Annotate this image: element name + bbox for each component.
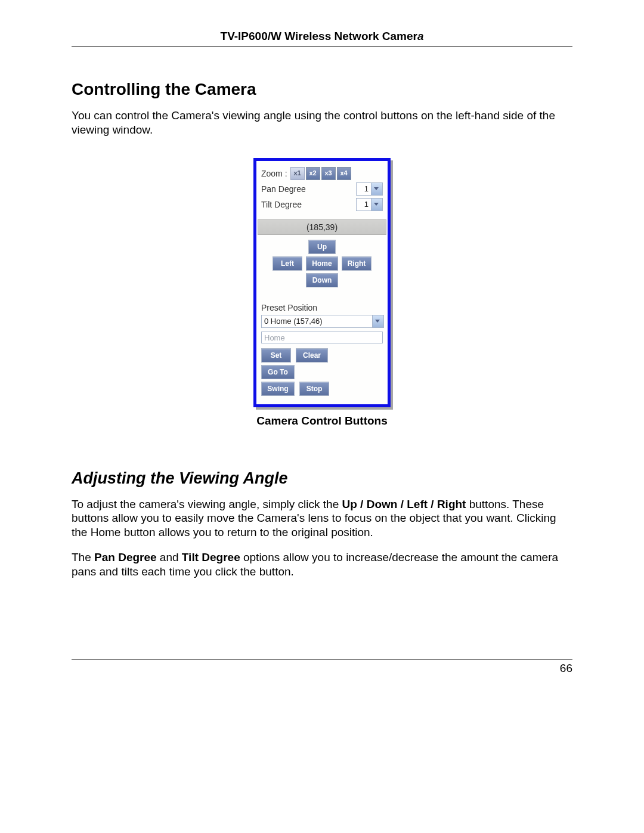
zoom-x1-button[interactable]: x1 (290, 167, 305, 180)
section-heading: Controlling the Camera (72, 80, 572, 99)
home-button[interactable]: Home (306, 256, 338, 271)
down-button[interactable]: Down (306, 273, 338, 287)
preset-position-label: Preset Position (261, 303, 383, 312)
paragraph-2: To adjust the camera's viewing angle, si… (72, 497, 572, 540)
coordinate-display: (185,39) (258, 219, 386, 235)
set-button[interactable]: Set (261, 348, 291, 363)
paragraph-3: The Pan Degree and Tilt Degree options a… (72, 550, 572, 579)
header-text: TV-IP600/W Wireless Network Camer (221, 30, 417, 42)
chevron-down-icon (371, 199, 382, 210)
chevron-down-icon (372, 315, 383, 327)
preset-position-select[interactable]: 0 Home (157,46) (261, 315, 384, 328)
page-number: 66 (560, 662, 572, 674)
swing-button[interactable]: Swing (261, 382, 295, 396)
direction-grid: Up Left Home Right Down (261, 240, 383, 287)
pan-degree-select[interactable]: 1 (356, 182, 383, 196)
header-italic: a (417, 30, 424, 42)
tilt-degree-value: 1 (357, 199, 371, 210)
zoom-row: Zoom : x1 x2 x3 x4 (261, 167, 383, 180)
page-footer: 66 (72, 659, 572, 675)
subsection-heading: Adjusting the Viewing Angle (72, 469, 572, 488)
zoom-x2-button[interactable]: x2 (306, 167, 320, 180)
page-header: TV-IP600/W Wireless Network Camera (72, 30, 572, 47)
panel-container: Zoom : x1 x2 x3 x4 Pan Degree 1 Tilt Deg… (72, 158, 572, 407)
p3c: and (157, 551, 182, 563)
p2a: To adjust the camera's viewing angle, si… (72, 498, 342, 510)
tilt-degree-row: Tilt Degree 1 (261, 198, 383, 211)
preset-name-input[interactable]: Home (261, 332, 383, 343)
goto-button[interactable]: Go To (261, 365, 295, 379)
page-body: TV-IP600/W Wireless Network Camera Contr… (72, 30, 572, 589)
stop-button[interactable]: Stop (299, 382, 329, 396)
zoom-x3-button[interactable]: x3 (321, 167, 336, 180)
pan-degree-row: Pan Degree 1 (261, 182, 383, 196)
panel-caption: Camera Control Buttons (72, 414, 572, 428)
p3a: The (72, 551, 94, 563)
p3b-bold: Pan Degree (94, 551, 157, 563)
p2b-bold: Up / Down / Left / Right (342, 498, 466, 510)
zoom-label: Zoom : (261, 169, 287, 178)
up-button[interactable]: Up (308, 240, 336, 254)
left-button[interactable]: Left (273, 256, 302, 271)
zoom-x4-button[interactable]: x4 (337, 167, 351, 180)
intro-paragraph: You can control the Camera's viewing ang… (72, 109, 572, 137)
pan-degree-value: 1 (357, 183, 371, 195)
preset-position-value: 0 Home (157,46) (262, 315, 372, 327)
right-button[interactable]: Right (342, 256, 371, 271)
chevron-down-icon (371, 183, 382, 195)
p3d-bold: Tilt Degree (182, 551, 240, 563)
clear-button[interactable]: Clear (296, 348, 328, 363)
tilt-degree-label: Tilt Degree (261, 200, 302, 209)
camera-control-panel: Zoom : x1 x2 x3 x4 Pan Degree 1 Tilt Deg… (253, 158, 391, 407)
tilt-degree-select[interactable]: 1 (356, 198, 383, 211)
pan-degree-label: Pan Degree (261, 184, 306, 194)
